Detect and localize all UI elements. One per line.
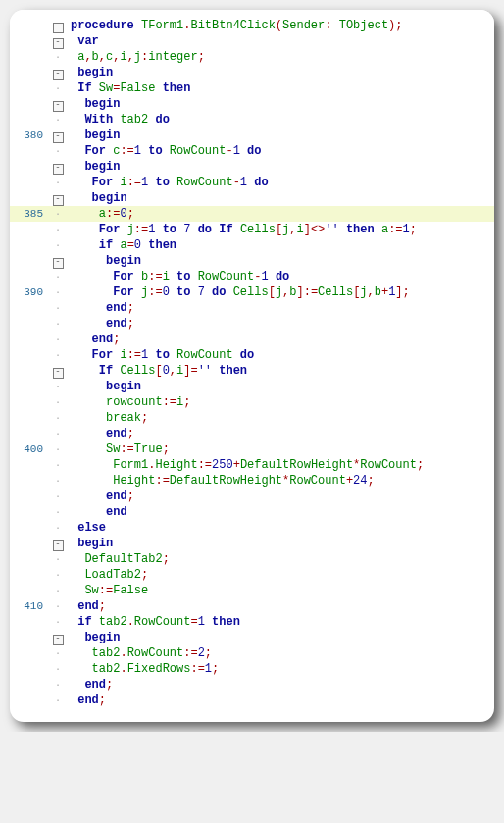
code-text[interactable]: end;: [69, 489, 494, 504]
code-text[interactable]: a,b,c,i,j:integer;: [69, 49, 494, 65]
code-line[interactable]: - begin: [10, 159, 494, 175]
code-line[interactable]: If Sw=False then: [10, 80, 494, 96]
code-line[interactable]: if tab2.RowCount=1 then: [10, 614, 494, 630]
code-text[interactable]: Form1.Height:=250+DefaultRowHeight*RowCo…: [69, 457, 494, 473]
code-line[interactable]: - var: [10, 33, 494, 49]
code-text[interactable]: else: [69, 520, 494, 536]
fold-minus-icon[interactable]: -: [47, 190, 69, 206]
code-line[interactable]: For j:=1 to 7 do If Cells[j,i]<>'' then …: [10, 222, 494, 237]
code-line[interactable]: - begin: [10, 190, 494, 206]
code-text[interactable]: DefaultTab2;: [69, 551, 494, 567]
code-text[interactable]: For c:=1 to RowCount-1 do: [69, 143, 494, 159]
code-text[interactable]: Sw:=False: [69, 583, 494, 598]
code-text[interactable]: begin: [69, 630, 494, 645]
code-line[interactable]: end;: [10, 316, 494, 332]
code-line[interactable]: DefaultTab2;: [10, 551, 494, 567]
code-line[interactable]: tab2.RowCount:=2;: [10, 645, 494, 661]
code-text[interactable]: end;: [69, 693, 494, 708]
code-line[interactable]: For i:=1 to RowCount-1 do: [10, 175, 494, 190]
code-text[interactable]: tab2.RowCount:=2;: [69, 645, 494, 661]
code-line[interactable]: - begin: [10, 65, 494, 80]
code-line[interactable]: rowcount:=i;: [10, 394, 494, 410]
code-text[interactable]: end;: [69, 677, 494, 693]
code-line[interactable]: end;: [10, 300, 494, 316]
code-text[interactable]: LoadTab2;: [69, 567, 494, 583]
code-line[interactable]: Sw:=False: [10, 583, 494, 598]
code-line[interactable]: -procedure TForm1.BitBtn4Click(Sender: T…: [10, 18, 494, 33]
code-line[interactable]: end;: [10, 426, 494, 441]
code-line[interactable]: end: [10, 504, 494, 520]
code-line[interactable]: 390 For j:=0 to 7 do Cells[j,b]:=Cells[j…: [10, 284, 494, 300]
code-text[interactable]: begin: [69, 128, 494, 143]
code-text[interactable]: begin: [69, 536, 494, 551]
code-text[interactable]: if a=0 then: [69, 237, 494, 253]
code-text[interactable]: begin: [69, 379, 494, 394]
fold-minus-icon[interactable]: -: [47, 159, 69, 175]
code-text[interactable]: var: [69, 33, 494, 49]
code-text[interactable]: For i:=1 to RowCount do: [69, 347, 494, 363]
fold-minus-icon[interactable]: -: [47, 363, 69, 379]
code-text[interactable]: end;: [69, 598, 494, 614]
code-text[interactable]: a:=0;: [69, 206, 494, 222]
code-line[interactable]: end;: [10, 677, 494, 693]
code-text[interactable]: begin: [69, 96, 494, 112]
code-line[interactable]: Height:=DefaultRowHeight*RowCount+24;: [10, 473, 494, 489]
code-text[interactable]: end;: [69, 332, 494, 347]
code-line[interactable]: For i:=1 to RowCount do: [10, 347, 494, 363]
code-text[interactable]: if tab2.RowCount=1 then: [69, 614, 494, 630]
code-text[interactable]: break;: [69, 410, 494, 426]
code-text[interactable]: rowcount:=i;: [69, 394, 494, 410]
code-text[interactable]: begin: [69, 253, 494, 269]
code-text[interactable]: end;: [69, 300, 494, 316]
code-text[interactable]: begin: [69, 190, 494, 206]
code-text[interactable]: For i:=1 to RowCount-1 do: [69, 175, 494, 190]
code-line[interactable]: With tab2 do: [10, 112, 494, 128]
code-text[interactable]: begin: [69, 65, 494, 80]
code-line[interactable]: end;: [10, 332, 494, 347]
code-line[interactable]: - If Cells[0,i]='' then: [10, 363, 494, 379]
code-text[interactable]: For j:=0 to 7 do Cells[j,b]:=Cells[j,b+1…: [69, 284, 494, 300]
code-line[interactable]: Form1.Height:=250+DefaultRowHeight*RowCo…: [10, 457, 494, 473]
code-line[interactable]: For b:=i to RowCount-1 do: [10, 269, 494, 284]
code-line[interactable]: if a=0 then: [10, 237, 494, 253]
code-line[interactable]: 380- begin: [10, 128, 494, 143]
code-line[interactable]: For c:=1 to RowCount-1 do: [10, 143, 494, 159]
code-text[interactable]: begin: [69, 159, 494, 175]
code-line[interactable]: - begin: [10, 96, 494, 112]
fold-minus-icon[interactable]: -: [47, 128, 69, 143]
code-text[interactable]: end;: [69, 316, 494, 332]
fold-minus-icon[interactable]: -: [47, 630, 69, 645]
code-line[interactable]: end;: [10, 693, 494, 708]
code-text[interactable]: If Cells[0,i]='' then: [69, 363, 494, 379]
fold-minus-icon[interactable]: -: [47, 65, 69, 80]
code-line[interactable]: 400 Sw:=True;: [10, 441, 494, 457]
code-line[interactable]: break;: [10, 410, 494, 426]
code-text[interactable]: For b:=i to RowCount-1 do: [69, 269, 494, 284]
code-text[interactable]: end: [69, 504, 494, 520]
fold-minus-icon[interactable]: -: [47, 253, 69, 269]
code-line[interactable]: a,b,c,i,j:integer;: [10, 49, 494, 65]
code-line[interactable]: end;: [10, 489, 494, 504]
code-text[interactable]: Sw:=True;: [69, 441, 494, 457]
code-line[interactable]: tab2.FixedRows:=1;: [10, 661, 494, 677]
fold-minus-icon[interactable]: -: [47, 536, 69, 551]
code-line[interactable]: 410 end;: [10, 598, 494, 614]
line-number: [10, 347, 47, 363]
code-text[interactable]: end;: [69, 426, 494, 441]
code-line[interactable]: LoadTab2;: [10, 567, 494, 583]
code-line[interactable]: - begin: [10, 536, 494, 551]
code-line[interactable]: else: [10, 520, 494, 536]
code-text[interactable]: For j:=1 to 7 do If Cells[j,i]<>'' then …: [69, 222, 494, 237]
code-text[interactable]: tab2.FixedRows:=1;: [69, 661, 494, 677]
code-text[interactable]: If Sw=False then: [69, 80, 494, 96]
code-text[interactable]: Height:=DefaultRowHeight*RowCount+24;: [69, 473, 494, 489]
code-text[interactable]: With tab2 do: [69, 112, 494, 128]
code-line[interactable]: - begin: [10, 253, 494, 269]
code-line[interactable]: 385 a:=0;: [10, 206, 494, 222]
fold-minus-icon[interactable]: -: [47, 33, 69, 49]
fold-minus-icon[interactable]: -: [47, 18, 69, 33]
code-text[interactable]: procedure TForm1.BitBtn4Click(Sender: TO…: [69, 18, 494, 33]
fold-minus-icon[interactable]: -: [47, 96, 69, 112]
code-line[interactable]: - begin: [10, 630, 494, 645]
code-line[interactable]: begin: [10, 379, 494, 394]
